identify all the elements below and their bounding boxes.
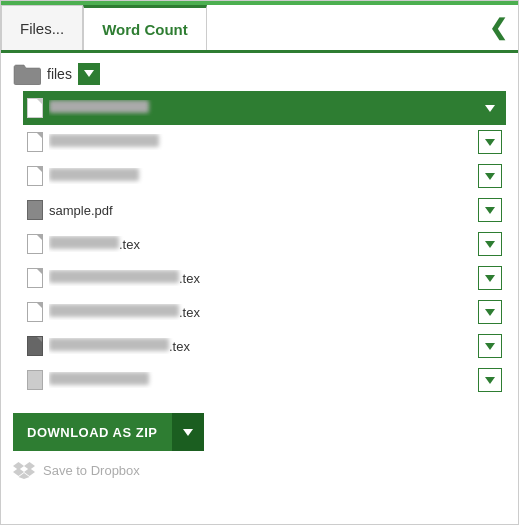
- file-dropdown-btn[interactable]: [478, 368, 502, 392]
- folder-label: files: [47, 66, 72, 82]
- file-row[interactable]: sample.pdf: [23, 193, 506, 227]
- dropbox-label[interactable]: Save to Dropbox: [43, 463, 140, 478]
- file-icon: [27, 200, 43, 220]
- svg-marker-0: [485, 105, 495, 112]
- file-dropdown-btn[interactable]: [478, 334, 502, 358]
- file-dropdown-btn[interactable]: [478, 300, 502, 324]
- file-icon: [27, 336, 43, 356]
- file-row[interactable]: [23, 363, 506, 397]
- folder-row: files: [13, 63, 506, 85]
- file-dropdown-btn[interactable]: [478, 96, 502, 120]
- svg-marker-5: [485, 275, 495, 282]
- dropbox-icon: [13, 461, 35, 479]
- file-name: [49, 168, 472, 184]
- file-icon: [27, 132, 43, 152]
- file-dropdown-btn[interactable]: [478, 198, 502, 222]
- file-row[interactable]: [23, 159, 506, 193]
- file-name: .tex: [49, 270, 472, 286]
- tab-wordcount[interactable]: Word Count: [83, 5, 207, 50]
- download-zip-button[interactable]: DOWNLOAD AS ZIP: [13, 413, 172, 451]
- file-icon: [27, 98, 43, 118]
- file-name: [49, 372, 472, 388]
- svg-marker-3: [485, 207, 495, 214]
- file-icon: [27, 166, 43, 186]
- file-name: .tex: [49, 304, 472, 320]
- file-name: .tex: [49, 338, 472, 354]
- file-name: .tex: [49, 236, 472, 252]
- file-row[interactable]: [23, 125, 506, 159]
- file-dropdown-btn[interactable]: [478, 130, 502, 154]
- file-icon: [27, 234, 43, 254]
- download-row: DOWNLOAD AS ZIP: [13, 413, 506, 451]
- file-row[interactable]: [23, 91, 506, 125]
- file-row[interactable]: .tex: [23, 227, 506, 261]
- file-name: [49, 134, 472, 150]
- svg-marker-2: [485, 173, 495, 180]
- file-icon: [27, 370, 43, 390]
- download-arrow-button[interactable]: [172, 413, 204, 451]
- file-browser: files: [1, 53, 518, 397]
- tab-files[interactable]: Files...: [1, 5, 83, 50]
- file-dropdown-btn[interactable]: [478, 164, 502, 188]
- corner-icon[interactable]: ❮: [478, 5, 518, 50]
- file-name: [49, 100, 472, 116]
- svg-marker-6: [485, 309, 495, 316]
- svg-marker-1: [485, 139, 495, 146]
- file-dropdown-btn[interactable]: [478, 266, 502, 290]
- dropbox-row[interactable]: Save to Dropbox: [13, 461, 506, 479]
- file-icon: [27, 302, 43, 322]
- svg-marker-8: [485, 377, 495, 384]
- tab-spacer: [207, 5, 478, 50]
- file-row[interactable]: .tex: [23, 295, 506, 329]
- file-name: sample.pdf: [49, 203, 472, 218]
- svg-marker-7: [485, 343, 495, 350]
- svg-marker-9: [183, 429, 193, 436]
- file-dropdown-btn[interactable]: [478, 232, 502, 256]
- folder-dropdown-btn[interactable]: [78, 63, 100, 85]
- file-row[interactable]: .tex: [23, 329, 506, 363]
- folder-icon: [13, 63, 41, 85]
- file-icon: [27, 268, 43, 288]
- svg-marker-4: [485, 241, 495, 248]
- file-row[interactable]: .tex: [23, 261, 506, 295]
- tab-bar: Files... Word Count ❮: [1, 5, 518, 53]
- file-list: sample.pdf .tex .tex: [13, 91, 506, 397]
- bottom-area: DOWNLOAD AS ZIP Save to Dropbox: [1, 397, 518, 487]
